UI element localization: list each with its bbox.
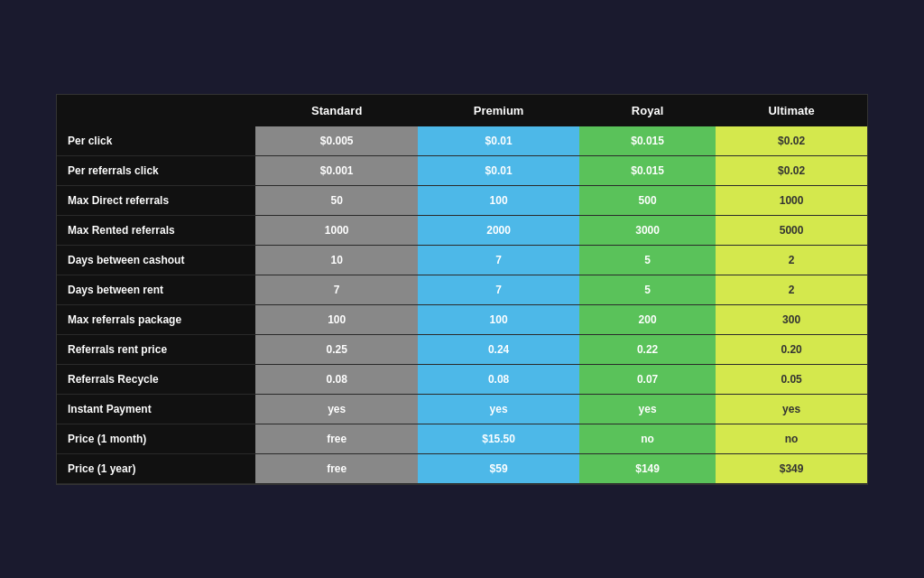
row-standard-value: $0.005	[255, 126, 418, 156]
row-premium-value: $15.50	[418, 424, 579, 453]
table-row: Max Direct referrals501005001000	[57, 185, 867, 215]
table-row: Price (1 year)free$59$149$349	[57, 453, 867, 483]
row-standard-value: 7	[255, 275, 418, 304]
row-label: Max Direct referrals	[57, 185, 255, 215]
row-royal-value: $149	[579, 453, 716, 483]
row-premium-value: $59	[418, 453, 579, 483]
table-row: Price (1 month)free$15.50nono	[57, 424, 867, 453]
header-royal: Royal	[579, 95, 716, 126]
row-premium-value: 0.24	[418, 334, 579, 364]
table-row: Referrals rent price0.250.240.220.20	[57, 334, 867, 364]
row-premium-value: yes	[418, 394, 579, 424]
row-ultimate-value: 300	[716, 304, 867, 334]
row-premium-value: 100	[418, 185, 579, 215]
row-premium-value: 100	[418, 304, 579, 334]
header-premium: Premium	[418, 95, 579, 126]
table-row: Max referrals package100100200300	[57, 304, 867, 334]
pricing-table-container: Standard Premium Royal Ultimate Per clic…	[56, 94, 868, 485]
table-row: Instant Paymentyesyesyesyes	[57, 394, 867, 424]
row-ultimate-value: 1000	[716, 185, 867, 215]
row-standard-value: 10	[255, 245, 418, 275]
pricing-table: Standard Premium Royal Ultimate Per clic…	[57, 95, 867, 484]
row-royal-value: 200	[579, 304, 716, 334]
table-row: Per referrals click$0.001$0.01$0.015$0.0…	[57, 155, 867, 185]
row-royal-value: 0.07	[579, 364, 716, 394]
header-label-col	[57, 95, 255, 126]
row-standard-value: free	[255, 453, 418, 483]
row-ultimate-value: 0.20	[716, 334, 867, 364]
table-row: Days between rent7752	[57, 275, 867, 304]
row-premium-value: $0.01	[418, 155, 579, 185]
row-label: Price (1 year)	[57, 453, 255, 483]
table-row: Per click$0.005$0.01$0.015$0.02	[57, 126, 867, 156]
header-ultimate: Ultimate	[716, 95, 867, 126]
row-label: Referrals Recycle	[57, 364, 255, 394]
row-premium-value: $0.01	[418, 126, 579, 156]
row-label: Days between cashout	[57, 245, 255, 275]
row-standard-value: free	[255, 424, 418, 453]
row-ultimate-value: 5000	[716, 215, 867, 245]
row-ultimate-value: 2	[716, 275, 867, 304]
row-premium-value: 7	[418, 275, 579, 304]
row-label: Max Rented referrals	[57, 215, 255, 245]
row-royal-value: 3000	[579, 215, 716, 245]
table-row: Days between cashout10752	[57, 245, 867, 275]
row-ultimate-value: $349	[716, 453, 867, 483]
row-standard-value: yes	[255, 394, 418, 424]
row-label: Per referrals click	[57, 155, 255, 185]
table-row: Referrals Recycle0.080.080.070.05	[57, 364, 867, 394]
row-standard-value: 1000	[255, 215, 418, 245]
row-ultimate-value: $0.02	[716, 155, 867, 185]
row-label: Instant Payment	[57, 394, 255, 424]
row-royal-value: 5	[579, 245, 716, 275]
row-standard-value: 100	[255, 304, 418, 334]
row-standard-value: 50	[255, 185, 418, 215]
header-standard: Standard	[255, 95, 418, 126]
row-ultimate-value: $0.02	[716, 126, 867, 156]
row-label: Price (1 month)	[57, 424, 255, 453]
row-standard-value: $0.001	[255, 155, 418, 185]
row-standard-value: 0.25	[255, 334, 418, 364]
row-label: Days between rent	[57, 275, 255, 304]
row-premium-value: 7	[418, 245, 579, 275]
row-royal-value: no	[579, 424, 716, 453]
row-royal-value: 0.22	[579, 334, 716, 364]
row-premium-value: 2000	[418, 215, 579, 245]
row-royal-value: 5	[579, 275, 716, 304]
row-ultimate-value: 2	[716, 245, 867, 275]
row-standard-value: 0.08	[255, 364, 418, 394]
row-royal-value: $0.015	[579, 126, 716, 156]
row-royal-value: yes	[579, 394, 716, 424]
row-label: Max referrals package	[57, 304, 255, 334]
row-ultimate-value: no	[716, 424, 867, 453]
row-royal-value: $0.015	[579, 155, 716, 185]
row-ultimate-value: yes	[716, 394, 867, 424]
row-label: Referrals rent price	[57, 334, 255, 364]
table-header-row: Standard Premium Royal Ultimate	[57, 95, 867, 126]
table-row: Max Rented referrals1000200030005000	[57, 215, 867, 245]
row-ultimate-value: 0.05	[716, 364, 867, 394]
row-premium-value: 0.08	[418, 364, 579, 394]
row-label: Per click	[57, 126, 255, 156]
row-royal-value: 500	[579, 185, 716, 215]
